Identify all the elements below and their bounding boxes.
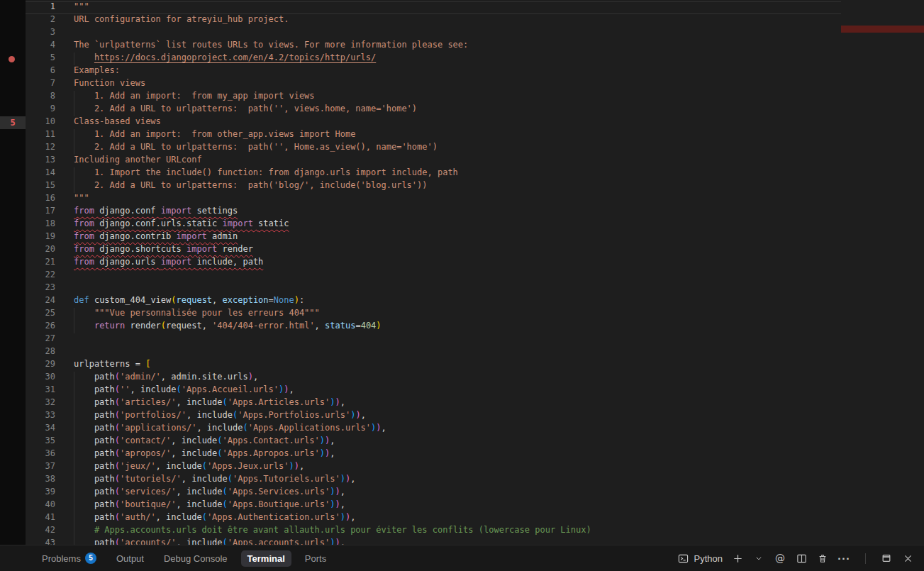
line-number[interactable]: 8	[26, 91, 55, 104]
code-line[interactable]: 29urlpatterns = [	[26, 359, 841, 372]
code-line[interactable]: 6Examples:	[26, 65, 841, 78]
code-text[interactable]: Including another URLconf	[74, 155, 202, 167]
code-text[interactable]: return render(request, '404/404-error.ht…	[74, 321, 382, 333]
line-number[interactable]: 33	[26, 410, 55, 423]
close-panel-icon[interactable]	[901, 552, 914, 565]
split-editor-icon[interactable]	[795, 552, 808, 565]
code-text[interactable]: path('articles/', include('Apps.Articles…	[74, 397, 345, 410]
line-number[interactable]: 34	[26, 423, 55, 436]
code-line[interactable]: 15 2. Add a URL to urlpatterns: path('bl…	[26, 180, 841, 193]
line-number[interactable]: 26	[26, 321, 55, 333]
code-line[interactable]: 1"""	[26, 1, 841, 14]
panel-tab-debug-console[interactable]: Debug Console	[157, 550, 234, 567]
code-text-error[interactable]: from django.conf.urls.static import stat…	[74, 218, 289, 231]
code-line[interactable]: 18from django.conf.urls.static import st…	[26, 218, 841, 231]
code-line[interactable]: 3	[26, 27, 841, 40]
code-line[interactable]: 21from django.urls import include, path	[26, 257, 841, 270]
code-line[interactable]: 7Function views	[26, 78, 841, 91]
code-line[interactable]: 35 path('contact/', include('Apps.Contac…	[26, 436, 841, 448]
code-text[interactable]: URL configuration for atreyiu_hub projec…	[74, 14, 289, 27]
code-text[interactable]: """	[74, 1, 89, 14]
line-number[interactable]: 4	[26, 40, 55, 52]
code-text-error[interactable]: from django.urls import include, path	[74, 257, 263, 270]
trash-icon[interactable]	[816, 552, 829, 565]
line-number[interactable]: 3	[26, 27, 55, 40]
code-text[interactable]: path('jeux/', include('Apps.Jeux.urls'))…	[74, 461, 304, 474]
code-text[interactable]: 1. Add an import: from other_app.views i…	[74, 129, 355, 142]
code-line[interactable]: 19from django.contrib import admin	[26, 231, 841, 244]
code-text[interactable]: https://docs.djangoproject.com/en/4.2/to…	[74, 52, 376, 65]
line-number[interactable]: 1	[26, 1, 55, 14]
line-number[interactable]: 32	[26, 397, 55, 410]
line-number[interactable]: 27	[26, 333, 55, 346]
line-number[interactable]: 24	[26, 295, 55, 308]
code-line[interactable]: 16"""	[26, 193, 841, 206]
breakpoint-icon[interactable]	[9, 56, 15, 62]
code-line[interactable]: 40 path('boutique/', include('Apps.Bouti…	[26, 499, 841, 512]
code-line[interactable]: 2URL configuration for atreyiu_hub proje…	[26, 14, 841, 27]
line-number[interactable]: 39	[26, 487, 55, 499]
code-line[interactable]: 25 """Vue personnalisée pour les erreurs…	[26, 308, 841, 321]
line-number[interactable]: 14	[26, 167, 55, 180]
code-text[interactable]: path('admin/', admin.site.urls),	[74, 372, 258, 384]
code-text-error[interactable]: from django.contrib import admin	[74, 231, 238, 244]
code-line[interactable]: 22	[26, 270, 841, 282]
code-line[interactable]: 38 path('tutoriels/', include('Apps.Tuto…	[26, 474, 841, 487]
code-line[interactable]: 13Including another URLconf	[26, 155, 841, 167]
line-number[interactable]: 28	[26, 346, 55, 359]
line-number[interactable]: 2	[26, 14, 55, 27]
glyph-margin[interactable]: 5	[0, 0, 26, 545]
code-line[interactable]: 23	[26, 282, 841, 295]
code-line[interactable]: 27	[26, 333, 841, 346]
code-lines[interactable]: 1"""2URL configuration for atreyiu_hub p…	[26, 1, 841, 545]
line-number[interactable]: 6	[26, 65, 55, 78]
line-number[interactable]: 21	[26, 257, 55, 270]
chevron-down-icon[interactable]	[752, 552, 765, 565]
code-editor[interactable]: 5 1"""2URL configuration for atreyiu_hub…	[0, 0, 924, 545]
code-line[interactable]: 5 https://docs.djangoproject.com/en/4.2/…	[26, 52, 841, 65]
line-number[interactable]: 19	[26, 231, 55, 244]
line-number[interactable]: 40	[26, 499, 55, 512]
code-line[interactable]: 11 1. Add an import: from other_app.view…	[26, 129, 841, 142]
at-icon[interactable]: @	[774, 552, 786, 565]
line-number[interactable]: 13	[26, 155, 55, 167]
line-number[interactable]: 25	[26, 308, 55, 321]
line-number[interactable]: 20	[26, 244, 55, 257]
line-number[interactable]: 30	[26, 372, 55, 384]
panel-tab-ports[interactable]: Ports	[299, 550, 333, 567]
code-line[interactable]: 41 path('auth/', include('Apps.Authentic…	[26, 512, 841, 525]
line-number[interactable]: 38	[26, 474, 55, 487]
code-text[interactable]: path('apropos/', include('Apps.Apropos.u…	[74, 448, 335, 461]
code-line[interactable]: 42 # Apps.accounts.urls doit être avant …	[26, 525, 841, 538]
code-line[interactable]: 43 path('accounts/', include('Apps.accou…	[26, 538, 841, 545]
code-text[interactable]: path('', include('Apps.Accueil.urls')),	[74, 384, 294, 397]
code-line[interactable]: 26 return render(request, '404/404-error…	[26, 321, 841, 333]
line-number[interactable]: 36	[26, 448, 55, 461]
panel-tab-problems[interactable]: Problems5	[35, 550, 103, 567]
code-line[interactable]: 37 path('jeux/', include('Apps.Jeux.urls…	[26, 461, 841, 474]
line-number[interactable]: 11	[26, 129, 55, 142]
line-number[interactable]: 35	[26, 436, 55, 448]
code-line[interactable]: 28	[26, 346, 841, 359]
code-line[interactable]: 30 path('admin/', admin.site.urls),	[26, 372, 841, 384]
code-line[interactable]: 8 1. Add an import: from my_app import v…	[26, 91, 841, 104]
line-number[interactable]: 9	[26, 104, 55, 116]
code-text[interactable]: path('contact/', include('Apps.Contact.u…	[74, 436, 335, 448]
code-text[interactable]: path('services/', include('Apps.Services…	[74, 487, 345, 499]
code-text[interactable]: path('boutique/', include('Apps.Boutique…	[74, 499, 345, 512]
line-number[interactable]: 5	[26, 52, 55, 65]
code-text[interactable]: path('auth/', include('Apps.Authenticati…	[74, 512, 355, 525]
code-line[interactable]: 32 path('articles/', include('Apps.Artic…	[26, 397, 841, 410]
code-text[interactable]: 2. Add a URL to urlpatterns: path('blog/…	[74, 180, 428, 193]
code-text[interactable]: Examples:	[74, 65, 120, 78]
code-text[interactable]: """Vue personnalisée pour les erreurs 40…	[74, 308, 320, 321]
line-number[interactable]: 15	[26, 180, 55, 193]
code-line[interactable]: 39 path('services/', include('Apps.Servi…	[26, 487, 841, 499]
code-line[interactable]: 34 path('applications/', include('Apps.A…	[26, 423, 841, 436]
code-line[interactable]: 36 path('apropos/', include('Apps.Apropo…	[26, 448, 841, 461]
line-number[interactable]: 17	[26, 206, 55, 218]
code-text[interactable]: 1. Import the include() function: from d…	[74, 167, 458, 180]
panel-tab-terminal[interactable]: Terminal	[241, 550, 291, 567]
code-line[interactable]: 14 1. Import the include() function: fro…	[26, 167, 841, 180]
code-text[interactable]: 2. Add a URL to urlpatterns: path('', vi…	[74, 104, 417, 116]
